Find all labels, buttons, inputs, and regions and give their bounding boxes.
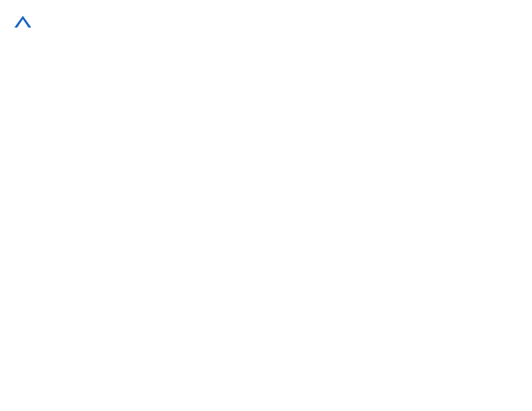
logo-icon [13, 13, 32, 32]
logo [13, 13, 35, 32]
page-header [13, 13, 519, 32]
